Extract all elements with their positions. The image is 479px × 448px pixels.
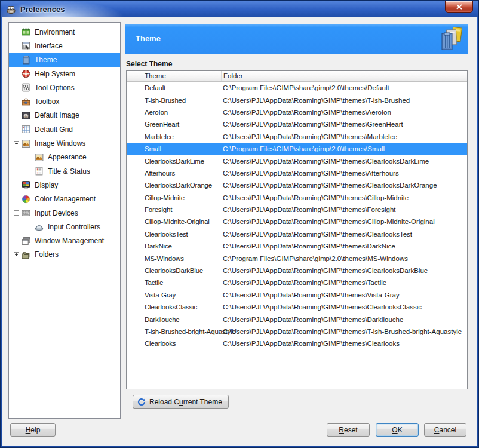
folder-cell: C:\Users\PJL\AppData\Roaming\GIMP\themes… — [221, 158, 467, 165]
expander-plus-icon[interactable] — [11, 252, 21, 257]
table-row[interactable]: ClearlooksTestC:\Users\PJL\AppData\Roami… — [127, 228, 467, 240]
theme-cell: Cillop-Midnite-Original — [127, 218, 221, 225]
select-theme-label: Select Theme — [126, 60, 172, 68]
sidebar-item-default-grid[interactable]: Default Grid — [9, 122, 120, 136]
sidebar-item-label: Help System — [35, 70, 75, 78]
memory-chip-icon — [21, 27, 35, 37]
table-row[interactable]: Cillop-MidniteC:\Users\PJL\AppData\Roami… — [127, 192, 467, 204]
theme-cell: GreenHeart — [127, 121, 221, 128]
sidebar-item-label: Input Devices — [35, 209, 78, 217]
theme-cell: DarkNice — [127, 243, 221, 250]
theme-cell: Darkilouche — [127, 316, 221, 323]
table-row[interactable]: DarkNiceC:\Users\PJL\AppData\Roaming\GIM… — [127, 240, 467, 252]
table-row[interactable]: GreenHeartC:\Users\PJL\AppData\Roaming\G… — [127, 118, 467, 130]
sidebar-item-color-management[interactable]: Color Management — [9, 192, 120, 206]
sidebar-item-theme[interactable]: Theme — [9, 53, 120, 67]
sidebar-item-input-devices[interactable]: Input Devices — [9, 206, 120, 220]
folder-cell: C:\Users\PJL\AppData\Roaming\GIMP\themes… — [221, 303, 467, 311]
theme-icon — [21, 55, 35, 65]
image-window-icon — [21, 139, 35, 149]
table-row[interactable]: MS-WindowsC:\Program Files\GIMP\share\gi… — [127, 252, 467, 264]
sidebar-item-folders[interactable]: Folders — [9, 248, 120, 262]
sidebar-item-label: Title & Status — [48, 167, 90, 176]
column-header-theme[interactable]: Theme — [127, 71, 221, 81]
help-button-label: Help — [26, 426, 41, 434]
theme-table-header: Theme Folder — [127, 71, 467, 82]
table-row[interactable]: MarbleIceC:\Users\PJL\AppData\Roaming\GI… — [127, 131, 467, 143]
sidebar-item-image-windows[interactable]: Image Windows — [9, 136, 120, 150]
refresh-icon — [137, 398, 146, 406]
expander-minus-icon[interactable] — [11, 210, 21, 216]
theme-cell: ClearlooksDarkLime — [127, 158, 221, 165]
cancel-button[interactable]: Cancel — [424, 423, 466, 437]
table-row[interactable]: AfterhoursC:\Users\PJL\AppData\Roaming\G… — [127, 167, 467, 179]
sidebar-item-label: Toolbox — [35, 97, 59, 106]
theme-cell: Vista-Gray — [127, 291, 221, 299]
sidebar-item-window-management[interactable]: Window Management — [9, 234, 120, 247]
sidebar-item-default-image[interactable]: Default Image — [9, 109, 120, 122]
column-header-folder[interactable]: Folder — [221, 71, 467, 81]
gimp-wilber-icon — [6, 4, 16, 14]
sidebar-item-label: Folders — [35, 250, 59, 259]
table-row[interactable]: Cillop-Midnite-OriginalC:\Users\PJL\AppD… — [127, 216, 467, 228]
table-row[interactable]: TactileC:\Users\PJL\AppData\Roaming\GIMP… — [127, 277, 467, 289]
help-button[interactable]: Help — [10, 423, 56, 437]
sidebar-item-label: Display — [35, 181, 58, 189]
sidebar-item-label: Image Windows — [35, 139, 85, 148]
sidebar-item-title-status[interactable]: Title & Status — [9, 164, 120, 178]
table-row[interactable]: ClearlooksDarkLimeC:\Users\PJL\AppData\R… — [127, 155, 467, 167]
titlebar[interactable]: Preferences — [1, 1, 478, 17]
theme-cell: ClearlooksDarkOrange — [127, 182, 221, 189]
ok-button[interactable]: OK — [376, 423, 419, 437]
table-row[interactable]: AeroIonC:\Users\PJL\AppData\Roaming\GIMP… — [127, 106, 467, 118]
interface-icon — [21, 41, 35, 51]
table-row[interactable]: ForesightC:\Users\PJL\AppData\Roaming\GI… — [127, 204, 467, 216]
preferences-category-tree: EnvironmentInterfaceThemeHelp SystemTool… — [8, 22, 121, 419]
close-button[interactable] — [445, 1, 473, 13]
reload-current-theme-button[interactable]: Reload Current Theme — [133, 395, 229, 409]
table-row[interactable]: SmallC:\Program Files\GIMP\share\gimp\2.… — [127, 143, 467, 155]
folder-cell: C:\Users\PJL\AppData\Roaming\GIMP\themes… — [221, 206, 467, 213]
expander-minus-icon[interactable] — [11, 141, 21, 146]
folder-cell: C:\Users\PJL\AppData\Roaming\GIMP\themes… — [221, 291, 467, 299]
theme-cell: MarbleIce — [127, 133, 221, 140]
table-row[interactable]: DarkiloucheC:\Users\PJL\AppData\Roaming\… — [127, 313, 467, 325]
table-row[interactable]: ClearlooksDarkBlueC:\Users\PJL\AppData\R… — [127, 265, 467, 277]
sidebar-item-label: Interface — [35, 42, 63, 50]
lifebuoy-icon — [21, 69, 35, 79]
theme-cell: T-ish-Brushed — [127, 97, 221, 104]
sidebar-item-label: Appearance — [48, 153, 87, 161]
table-row[interactable]: ClearlooksClassicC:\Users\PJL\AppData\Ro… — [127, 301, 467, 313]
folder-cell: C:\Program Files\GIMP\share\gimp\2.0\the… — [221, 84, 467, 91]
sidebar-item-label: Default Image — [35, 111, 79, 119]
table-row[interactable]: T-ish-Brushed-bright-AquastyleC:\Users\P… — [127, 326, 467, 337]
sidebar-item-tool-options[interactable]: Tool Options — [9, 81, 120, 94]
folder-cell: C:\Users\PJL\AppData\Roaming\GIMP\themes… — [221, 316, 467, 323]
theme-cell: Default — [127, 84, 221, 91]
theme-table: Theme Folder DefaultC:\Program Files\GIM… — [126, 70, 468, 389]
table-row[interactable]: DefaultC:\Program Files\GIMP\share\gimp\… — [127, 82, 467, 94]
table-row[interactable]: ClearlooksC:\Users\PJL\AppData\Roaming\G… — [127, 337, 467, 349]
sidebar-item-toolbox[interactable]: Toolbox — [9, 94, 120, 108]
folders-icon — [21, 250, 35, 260]
sidebar-item-input-controllers[interactable]: Input Controllers — [9, 220, 120, 234]
table-row[interactable]: Vista-GrayC:\Users\PJL\AppData\Roaming\G… — [127, 289, 467, 301]
sidebar-item-label: Color Management — [35, 195, 96, 203]
sidebar-item-help-system[interactable]: Help System — [9, 67, 120, 81]
folder-cell: C:\Users\PJL\AppData\Roaming\GIMP\themes… — [221, 97, 467, 104]
sidebar-item-interface[interactable]: Interface — [9, 39, 120, 53]
table-row[interactable]: T-ish-BrushedC:\Users\PJL\AppData\Roamin… — [127, 94, 467, 106]
theme-cell: Afterhours — [127, 170, 221, 177]
table-row[interactable]: ClearlooksDarkOrangeC:\Users\PJL\AppData… — [127, 179, 467, 191]
folder-cell: C:\Users\PJL\AppData\Roaming\GIMP\themes… — [221, 231, 467, 238]
image-window-icon — [34, 152, 48, 162]
theme-cell: ClearlooksTest — [127, 231, 221, 238]
sidebar-item-environment[interactable]: Environment — [9, 25, 120, 39]
grid-icon — [21, 124, 35, 134]
reset-button[interactable]: Reset — [327, 423, 370, 437]
panel-header: Theme — [125, 24, 468, 54]
sidebar-item-display[interactable]: Display — [9, 178, 120, 192]
controller-icon — [34, 222, 48, 232]
sidebar-item-appearance[interactable]: Appearance — [9, 151, 120, 164]
folder-cell: C:\Users\PJL\AppData\Roaming\GIMP\themes… — [221, 267, 467, 274]
